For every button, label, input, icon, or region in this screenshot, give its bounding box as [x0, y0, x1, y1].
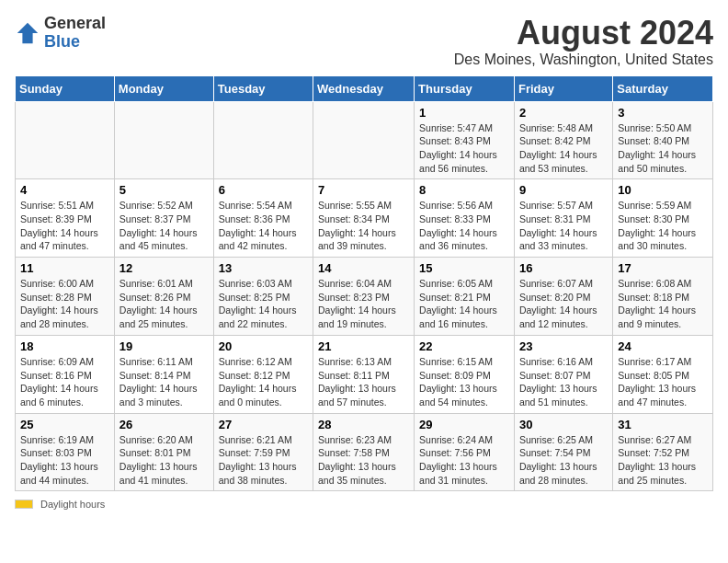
calendar-cell: 10Sunrise: 5:59 AM Sunset: 8:30 PM Dayli…: [613, 179, 713, 258]
weekday-header-wednesday: Wednesday: [313, 75, 415, 101]
calendar-cell: 14Sunrise: 6:04 AM Sunset: 8:23 PM Dayli…: [313, 258, 415, 336]
day-detail: Sunrise: 6:16 AM Sunset: 8:07 PM Dayligh…: [519, 355, 608, 409]
calendar-cell: 7Sunrise: 5:55 AM Sunset: 8:34 PM Daylig…: [313, 179, 415, 258]
day-number: 19: [119, 339, 209, 353]
day-detail: Sunrise: 5:59 AM Sunset: 8:30 PM Dayligh…: [618, 199, 708, 253]
title-block: August 2024 Des Moines, Washington, Unit…: [454, 15, 713, 68]
day-detail: Sunrise: 6:00 AM Sunset: 8:28 PM Dayligh…: [20, 277, 109, 331]
weekday-header-sunday: Sunday: [16, 75, 115, 101]
calendar-cell: 29Sunrise: 6:24 AM Sunset: 7:56 PM Dayli…: [415, 413, 515, 491]
day-number: 29: [419, 418, 509, 431]
calendar-title: August 2024: [454, 15, 713, 52]
page-header: General Blue August 2024 Des Moines, Was…: [15, 15, 713, 68]
day-number: 16: [519, 261, 608, 275]
calendar-cell: 8Sunrise: 5:56 AM Sunset: 8:33 PM Daylig…: [415, 179, 515, 258]
calendar-subtitle: Des Moines, Washington, United States: [454, 52, 713, 68]
day-detail: Sunrise: 6:15 AM Sunset: 8:09 PM Dayligh…: [419, 355, 509, 409]
day-detail: Sunrise: 6:04 AM Sunset: 8:23 PM Dayligh…: [318, 277, 409, 331]
daylight-label: Daylight hours: [40, 499, 105, 510]
day-number: 31: [618, 418, 708, 431]
day-detail: Sunrise: 6:25 AM Sunset: 7:54 PM Dayligh…: [519, 433, 608, 488]
day-number: 27: [219, 418, 308, 431]
day-detail: Sunrise: 6:23 AM Sunset: 7:58 PM Dayligh…: [318, 433, 409, 488]
calendar-cell: 16Sunrise: 6:07 AM Sunset: 8:20 PM Dayli…: [514, 258, 612, 336]
calendar-cell: 17Sunrise: 6:08 AM Sunset: 8:18 PM Dayli…: [613, 258, 713, 336]
svg-marker-0: [17, 23, 38, 43]
day-detail: Sunrise: 6:13 AM Sunset: 8:11 PM Dayligh…: [318, 355, 409, 409]
calendar-cell: 9Sunrise: 5:57 AM Sunset: 8:31 PM Daylig…: [514, 179, 612, 258]
day-detail: Sunrise: 5:54 AM Sunset: 8:36 PM Dayligh…: [219, 199, 308, 253]
weekday-header-friday: Friday: [514, 75, 612, 101]
day-detail: Sunrise: 6:08 AM Sunset: 8:18 PM Dayligh…: [618, 277, 708, 331]
day-number: 26: [119, 418, 209, 431]
calendar-cell: 23Sunrise: 6:16 AM Sunset: 8:07 PM Dayli…: [514, 335, 612, 413]
day-detail: Sunrise: 5:55 AM Sunset: 8:34 PM Dayligh…: [318, 199, 409, 253]
calendar-cell: 31Sunrise: 6:27 AM Sunset: 7:52 PM Dayli…: [613, 413, 713, 491]
day-number: 8: [419, 183, 509, 197]
day-detail: Sunrise: 5:57 AM Sunset: 8:31 PM Dayligh…: [519, 199, 608, 253]
calendar-cell: 4Sunrise: 5:51 AM Sunset: 8:39 PM Daylig…: [16, 179, 115, 258]
day-detail: Sunrise: 6:11 AM Sunset: 8:14 PM Dayligh…: [119, 355, 209, 409]
day-number: 5: [119, 183, 209, 197]
calendar-cell: 25Sunrise: 6:19 AM Sunset: 8:03 PM Dayli…: [16, 413, 115, 491]
day-number: 4: [20, 183, 109, 197]
day-number: 1: [419, 106, 509, 120]
calendar-cell: 30Sunrise: 6:25 AM Sunset: 7:54 PM Dayli…: [514, 413, 612, 491]
calendar-cell: 13Sunrise: 6:03 AM Sunset: 8:25 PM Dayli…: [213, 258, 313, 336]
day-detail: Sunrise: 6:19 AM Sunset: 8:03 PM Dayligh…: [20, 433, 109, 488]
day-detail: Sunrise: 6:27 AM Sunset: 7:52 PM Dayligh…: [618, 433, 708, 488]
day-number: 20: [219, 339, 308, 353]
day-number: 17: [618, 261, 708, 275]
day-number: 12: [119, 261, 209, 275]
calendar-cell: [16, 101, 115, 179]
day-detail: Sunrise: 5:56 AM Sunset: 8:33 PM Dayligh…: [419, 199, 509, 253]
calendar-cell: 1Sunrise: 5:47 AM Sunset: 8:43 PM Daylig…: [415, 101, 515, 179]
day-number: 24: [618, 339, 708, 353]
day-detail: Sunrise: 5:50 AM Sunset: 8:40 PM Dayligh…: [618, 121, 708, 176]
day-detail: Sunrise: 6:05 AM Sunset: 8:21 PM Dayligh…: [419, 277, 509, 331]
calendar-cell: 5Sunrise: 5:52 AM Sunset: 8:37 PM Daylig…: [114, 179, 213, 258]
day-number: 13: [219, 261, 308, 275]
calendar-cell: 15Sunrise: 6:05 AM Sunset: 8:21 PM Dayli…: [415, 258, 515, 336]
day-detail: Sunrise: 6:01 AM Sunset: 8:26 PM Dayligh…: [119, 277, 209, 331]
day-number: 23: [519, 339, 608, 353]
day-number: 25: [20, 418, 109, 431]
calendar-cell: 3Sunrise: 5:50 AM Sunset: 8:40 PM Daylig…: [613, 101, 713, 179]
day-number: 28: [318, 418, 409, 431]
day-detail: Sunrise: 6:17 AM Sunset: 8:05 PM Dayligh…: [618, 355, 708, 409]
calendar-cell: [313, 101, 415, 179]
day-detail: Sunrise: 6:21 AM Sunset: 7:59 PM Dayligh…: [219, 433, 308, 488]
calendar-cell: 28Sunrise: 6:23 AM Sunset: 7:58 PM Dayli…: [313, 413, 415, 491]
day-number: 30: [519, 418, 608, 431]
calendar-cell: 22Sunrise: 6:15 AM Sunset: 8:09 PM Dayli…: [415, 335, 515, 413]
calendar-cell: 12Sunrise: 6:01 AM Sunset: 8:26 PM Dayli…: [114, 258, 213, 336]
calendar-table: SundayMondayTuesdayWednesdayThursdayFrid…: [15, 75, 713, 492]
day-number: 9: [519, 183, 608, 197]
calendar-header: SundayMondayTuesdayWednesdayThursdayFrid…: [16, 75, 713, 101]
day-detail: Sunrise: 6:24 AM Sunset: 7:56 PM Dayligh…: [419, 433, 509, 488]
calendar-cell: 6Sunrise: 5:54 AM Sunset: 8:36 PM Daylig…: [213, 179, 313, 258]
logo-icon: [15, 20, 40, 46]
day-number: 21: [318, 339, 409, 353]
day-number: 7: [318, 183, 409, 197]
day-number: 11: [20, 261, 109, 275]
day-detail: Sunrise: 6:09 AM Sunset: 8:16 PM Dayligh…: [20, 355, 109, 409]
weekday-header-saturday: Saturday: [613, 75, 713, 101]
day-detail: Sunrise: 5:51 AM Sunset: 8:39 PM Dayligh…: [20, 199, 109, 253]
day-detail: Sunrise: 5:52 AM Sunset: 8:37 PM Dayligh…: [119, 199, 209, 253]
calendar-cell: 21Sunrise: 6:13 AM Sunset: 8:11 PM Dayli…: [313, 335, 415, 413]
day-number: 10: [618, 183, 708, 197]
calendar-cell: 27Sunrise: 6:21 AM Sunset: 7:59 PM Dayli…: [213, 413, 313, 491]
day-number: 15: [419, 261, 509, 275]
calendar-cell: [213, 101, 313, 179]
day-number: 18: [20, 339, 109, 353]
calendar-cell: 24Sunrise: 6:17 AM Sunset: 8:05 PM Dayli…: [613, 335, 713, 413]
calendar-cell: 20Sunrise: 6:12 AM Sunset: 8:12 PM Dayli…: [213, 335, 313, 413]
day-number: 6: [219, 183, 308, 197]
day-number: 3: [618, 106, 708, 120]
calendar-cell: 2Sunrise: 5:48 AM Sunset: 8:42 PM Daylig…: [514, 101, 612, 179]
logo: General Blue: [15, 15, 106, 52]
weekday-header-tuesday: Tuesday: [213, 75, 313, 101]
logo-general-text: General: [44, 15, 106, 33]
day-detail: Sunrise: 6:03 AM Sunset: 8:25 PM Dayligh…: [219, 277, 308, 331]
